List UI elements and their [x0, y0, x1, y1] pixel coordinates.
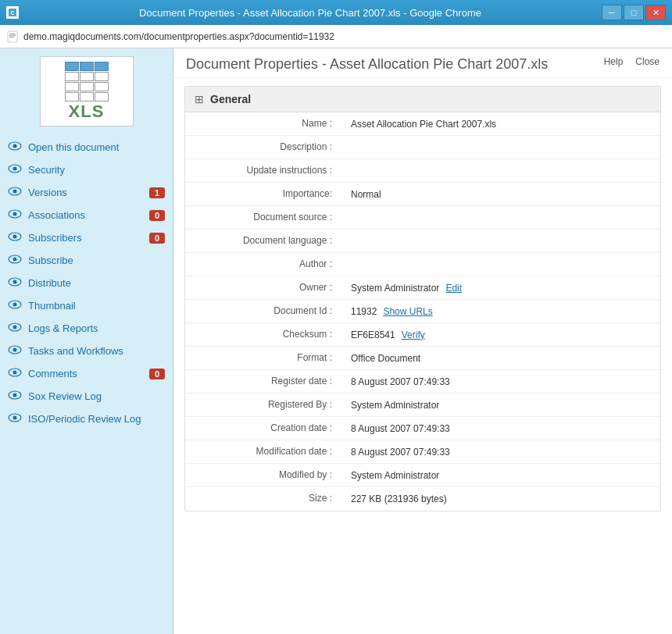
prop-value — [341, 230, 660, 252]
prop-link[interactable]: Edit — [445, 283, 462, 294]
thumb-cell — [65, 62, 79, 71]
prop-value: System AdministratorEdit — [341, 276, 660, 299]
doc-thumbnail: XLS — [40, 56, 134, 126]
prop-text: 8 August 2007 07:49:33 — [351, 423, 450, 434]
thumb-grid-row — [65, 82, 109, 91]
prop-row-15: Modified by :System Administrator — [185, 464, 660, 487]
prop-label: Modified by : — [185, 464, 341, 486]
window-title: Document Properties - Asset Allocation P… — [19, 7, 602, 19]
thumb-cell — [95, 72, 109, 81]
prop-link[interactable]: Show URLs — [383, 306, 432, 317]
prop-value: System Administrator — [341, 394, 660, 416]
content-area: Document Properties - Asset Allocation P… — [173, 48, 672, 634]
window-close-button[interactable]: ✕ — [645, 5, 666, 20]
eye-icon — [8, 209, 22, 221]
content-scroll[interactable]: ⊞ General Name :Asset Allocation Pie Cha… — [173, 78, 672, 634]
prop-row-6: Author : — [185, 253, 660, 276]
prop-row-1: Description : — [185, 136, 660, 159]
prop-text: 227 KB (231936 bytes) — [351, 493, 447, 504]
prop-value: 8 August 2007 07:49:33 — [341, 417, 660, 440]
thumb-cell — [80, 62, 94, 71]
address-bar: demo.magiqdocuments.com/documentproperti… — [0, 25, 672, 48]
window-controls: ─ □ ✕ — [602, 5, 666, 20]
prop-value: Office Document — [341, 347, 660, 369]
svg-point-15 — [13, 235, 17, 239]
prop-text: EF6E8541 — [351, 329, 395, 340]
url-display[interactable]: demo.magiqdocuments.com/documentproperti… — [23, 31, 334, 42]
sidebar-item-subscribers[interactable]: Subscribers0 — [0, 226, 173, 249]
prop-label: Name : — [185, 112, 341, 135]
sidebar-item-label: ISO/Periodic Review Log — [28, 413, 141, 425]
prop-row-0: Name :Asset Allocation Pie Chart 2007.xl… — [185, 112, 660, 136]
prop-row-5: Document language : — [185, 230, 660, 253]
prop-value — [341, 206, 660, 229]
prop-text: Office Document — [351, 353, 420, 364]
prop-row-14: Modification date :8 August 2007 07:49:3… — [185, 440, 660, 464]
badge: 0 — [149, 233, 165, 244]
page-icon — [6, 30, 19, 43]
prop-row-11: Register date :8 August 2007 07:49:33 — [185, 370, 660, 394]
sidebar-item-label: Tasks and Workflows — [28, 345, 123, 357]
help-link[interactable]: Help — [604, 56, 624, 67]
sidebar: XLS Open this document Security Versions… — [0, 48, 173, 634]
sidebar-item-open-document[interactable]: Open this document — [0, 136, 173, 158]
prop-row-12: Registered By :System Administrator — [185, 394, 660, 417]
prop-label: Registered By : — [185, 394, 341, 416]
prop-link[interactable]: Verify — [402, 329, 425, 340]
svg-rect-4 — [9, 35, 16, 36]
eye-icon — [8, 255, 22, 266]
title-bar: C Document Properties - Asset Allocation… — [0, 0, 672, 25]
prop-text: System Administrator — [351, 470, 439, 481]
maximize-button[interactable]: □ — [624, 5, 644, 20]
sidebar-item-label: Versions — [28, 187, 67, 198]
prop-value: 8 August 2007 07:49:33 — [341, 440, 660, 463]
thumb-grid-row — [65, 92, 109, 102]
sidebar-item-iso-review[interactable]: ISO/Periodic Review Log — [0, 408, 173, 430]
prop-value: EF6E8541Verify — [341, 323, 660, 346]
thumb-cell — [65, 82, 79, 91]
close-link[interactable]: Close — [635, 56, 659, 67]
thumb-cell — [65, 92, 79, 102]
prop-label: Update instructions : — [185, 159, 341, 182]
sidebar-item-sox-review[interactable]: Sox Review Log — [0, 385, 173, 408]
prop-row-4: Document source : — [185, 206, 660, 230]
sidebar-item-associations[interactable]: Associations0 — [0, 204, 173, 226]
sidebar-item-label: Logs & Reports — [28, 322, 98, 334]
prop-row-10: Format :Office Document — [185, 347, 660, 370]
content-header: Document Properties - Asset Allocation P… — [173, 48, 672, 78]
prop-text: 11932 — [351, 306, 377, 317]
prop-text: 8 August 2007 07:49:33 — [351, 376, 450, 387]
eye-icon — [8, 164, 22, 176]
prop-label: Description : — [185, 136, 341, 158]
prop-text: Normal — [351, 189, 381, 200]
sidebar-item-logs-reports[interactable]: Logs & Reports — [0, 317, 173, 340]
sidebar-item-tasks-workflows[interactable]: Tasks and Workflows — [0, 340, 173, 362]
sidebar-item-distribute[interactable]: Distribute — [0, 272, 173, 294]
minimize-button[interactable]: ─ — [602, 5, 622, 20]
sidebar-item-security[interactable]: Security — [0, 158, 173, 181]
title-bar-left: C — [6, 6, 19, 19]
section-icon: ⊞ — [195, 93, 204, 105]
sidebar-item-versions[interactable]: Versions1 — [0, 181, 173, 204]
badge: 1 — [149, 187, 165, 198]
prop-label: Checksum : — [185, 323, 341, 346]
svg-rect-3 — [9, 34, 16, 34]
svg-point-31 — [13, 416, 17, 420]
thumb-grid-top — [65, 62, 109, 71]
eye-icon — [8, 187, 22, 198]
thumb-wrapper: XLS — [41, 57, 133, 126]
prop-row-2: Update instructions : — [185, 159, 660, 183]
sidebar-item-label: Open this document — [28, 141, 119, 153]
sidebar-item-comments[interactable]: Comments0 — [0, 362, 173, 385]
prop-row-8: Document Id :11932Show URLs — [185, 300, 660, 323]
sidebar-item-label: Subscribe — [28, 255, 73, 266]
sidebar-item-subscribe[interactable]: Subscribe — [0, 249, 173, 272]
badge: 0 — [149, 210, 165, 221]
sidebar-item-thumbnail[interactable]: Thumbnail — [0, 294, 173, 317]
thumb-cell — [80, 92, 94, 102]
prop-label: Document Id : — [185, 300, 341, 322]
badge: 0 — [149, 369, 165, 379]
eye-icon — [8, 322, 22, 334]
section-header: ⊞ General — [185, 87, 660, 112]
prop-value: 227 KB (231936 bytes) — [341, 487, 660, 511]
